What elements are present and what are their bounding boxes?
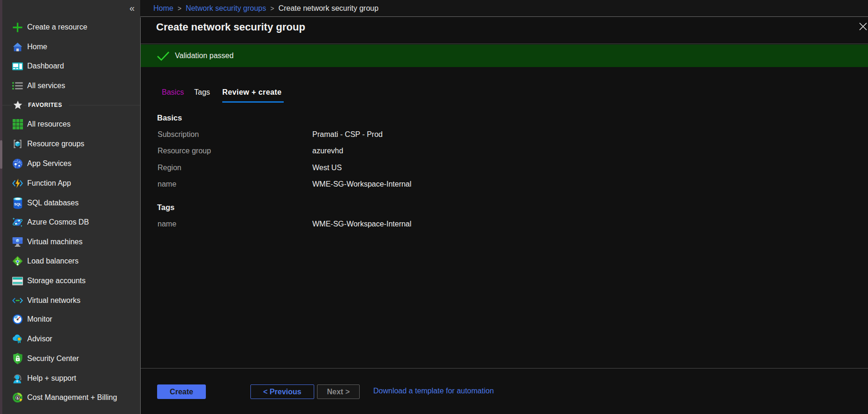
- svg-text:$: $: [16, 396, 19, 400]
- svg-text:SQL: SQL: [14, 202, 22, 206]
